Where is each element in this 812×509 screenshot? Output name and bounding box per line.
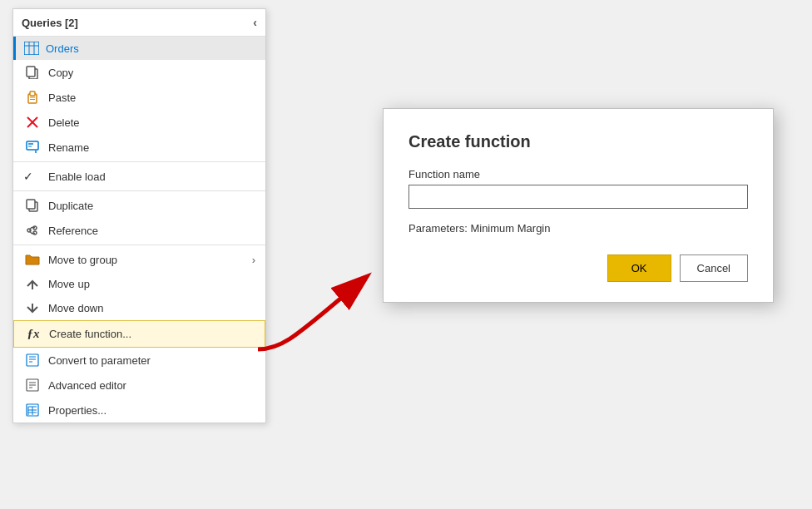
menu-item-paste[interactable]: Paste (13, 85, 265, 110)
svg-rect-5 (27, 67, 35, 77)
copy-label: Copy (48, 67, 255, 79)
ok-button[interactable]: OK (607, 254, 671, 282)
menu-item-create-function[interactable]: ƒx Create function... (13, 320, 265, 348)
paste-icon (23, 91, 42, 104)
enable-load-label: Enable load (48, 170, 255, 183)
function-name-input[interactable] (408, 185, 748, 209)
menu-item-move-to-group[interactable]: Move to group › (13, 247, 265, 272)
divider-2 (13, 190, 265, 191)
move-down-label: Move down (48, 302, 255, 314)
moveup-icon (23, 279, 42, 289)
reference-label: Reference (48, 225, 255, 237)
selected-query-label: Orders (46, 42, 79, 55)
divider-3 (13, 245, 265, 245)
menu-item-rename[interactable]: Rename (13, 135, 265, 160)
properties-label: Properties... (48, 404, 255, 417)
menu-item-move-up[interactable]: Move up (13, 272, 265, 296)
panel-header: Queries [2] ‹ (13, 9, 265, 37)
menu-item-enable-load[interactable]: ✓ Enable load (13, 164, 265, 189)
menu-item-properties[interactable]: Properties... (13, 398, 265, 423)
divider-1 (13, 161, 265, 162)
fx-icon: ƒx (24, 327, 42, 341)
menu-item-convert-to-parameter[interactable]: Convert to parameter (13, 348, 265, 373)
svg-rect-0 (24, 42, 39, 55)
svg-rect-7 (30, 91, 35, 96)
collapse-button[interactable]: ‹ (253, 16, 257, 29)
movedown-icon (23, 304, 42, 314)
convert-to-parameter-label: Convert to parameter (48, 354, 255, 367)
advanced-icon (23, 378, 42, 392)
menu-item-move-down[interactable]: Move down (13, 296, 265, 320)
delete-icon (23, 116, 42, 129)
svg-rect-23 (27, 354, 38, 366)
context-menu-panel: Queries [2] ‹ Orders Copy (12, 8, 266, 423)
rename-label: Rename (48, 141, 255, 154)
menu-item-copy[interactable]: Copy (13, 60, 265, 85)
svg-rect-12 (27, 141, 38, 150)
table-icon (24, 42, 39, 55)
advanced-editor-label: Advanced editor (48, 379, 255, 392)
svg-rect-17 (27, 200, 35, 209)
function-name-label: Function name (408, 168, 748, 180)
move-up-label: Move up (48, 278, 255, 290)
reference-icon (23, 224, 42, 237)
move-to-group-label: Move to group (48, 254, 252, 266)
menu-item-reference[interactable]: Reference (13, 218, 265, 243)
cancel-button[interactable]: Cancel (680, 254, 748, 282)
menu-item-advanced-editor[interactable]: Advanced editor (13, 373, 265, 398)
delete-label: Delete (48, 116, 255, 129)
properties-icon (23, 403, 42, 417)
rename-icon (23, 141, 42, 154)
submenu-arrow-icon: › (252, 254, 255, 266)
duplicate-label: Duplicate (48, 200, 255, 212)
dialog-title: Create function (408, 132, 748, 151)
checkmark-icon: ✓ (23, 170, 42, 183)
copy-icon (23, 66, 42, 79)
dialog-buttons: OK Cancel (408, 254, 748, 282)
paste-label: Paste (48, 91, 255, 104)
params-label: Parameters: Minimum Margin (408, 222, 748, 235)
create-function-label: Create function... (49, 328, 255, 340)
folder-icon (23, 253, 42, 266)
convert-icon (23, 353, 42, 367)
svg-point-20 (27, 229, 31, 232)
arrow-annotation (250, 266, 399, 366)
menu-item-duplicate[interactable]: Duplicate (13, 193, 265, 218)
panel-title: Queries [2] (22, 17, 78, 29)
create-function-dialog: Create function Function name Parameters… (383, 108, 774, 303)
duplicate-icon (23, 199, 42, 212)
menu-item-delete[interactable]: Delete (13, 110, 265, 135)
selected-query-item[interactable]: Orders (13, 37, 265, 60)
